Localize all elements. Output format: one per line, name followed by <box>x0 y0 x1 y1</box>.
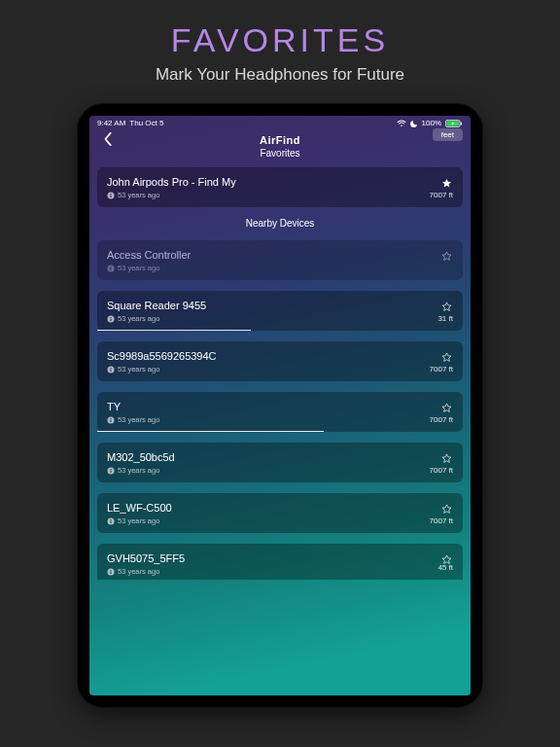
battery-percent: 100% <box>422 119 441 127</box>
device-distance: 7007 ft <box>430 516 453 525</box>
device-card[interactable]: LE_WF-C50053 years ago7007 ft <box>97 493 463 533</box>
device-subline: 53 years ago <box>107 314 453 323</box>
app-header: feet AirFind Favorites <box>89 128 471 167</box>
favorite-star-button[interactable] <box>441 501 453 513</box>
device-distance: 7007 ft <box>430 191 453 199</box>
favorite-star-button[interactable] <box>441 299 453 310</box>
svg-rect-2 <box>461 122 462 124</box>
device-subline: 53 years ago <box>107 466 453 475</box>
battery-icon <box>445 120 463 127</box>
svg-rect-11 <box>111 369 112 372</box>
tablet-frame: 9:42 AM Thu Oct 5 100% feet Ai <box>78 104 482 707</box>
page-title: Favorites <box>260 148 299 159</box>
device-ago: 53 years ago <box>118 365 159 374</box>
device-distance: 31 ft <box>438 314 453 323</box>
device-card[interactable]: M302_50bc5d53 years ago7007 ft <box>97 443 463 482</box>
device-name: Sc9989a5569265394C <box>107 350 453 362</box>
device-subline: 53 years ago <box>107 415 453 424</box>
svg-rect-17 <box>111 470 112 473</box>
device-subline: 53 years ago <box>107 567 453 576</box>
device-ago: 53 years ago <box>118 191 159 199</box>
favorite-star-button[interactable] <box>441 551 453 563</box>
svg-rect-12 <box>111 368 112 369</box>
device-ago: 53 years ago <box>118 516 159 525</box>
device-card[interactable]: Access Controller53 years ago <box>97 240 463 280</box>
app-screen: 9:42 AM Thu Oct 5 100% feet Ai <box>89 116 471 695</box>
device-ago: 53 years ago <box>118 314 159 323</box>
device-subline: 53 years ago <box>107 516 453 525</box>
device-card[interactable]: GVH5075_5FF553 years ago45 ft <box>97 544 463 580</box>
info-icon <box>107 467 115 475</box>
info-icon <box>107 192 115 199</box>
status-bar: 9:42 AM Thu Oct 5 100% <box>89 116 471 128</box>
device-card[interactable]: Square Reader 945553 years ago31 ft <box>97 291 463 331</box>
device-name: John Airpods Pro - Find My <box>107 176 453 188</box>
info-icon <box>107 517 115 525</box>
svg-rect-23 <box>111 571 112 574</box>
device-ago: 53 years ago <box>118 264 159 272</box>
do-not-disturb-icon <box>410 120 418 127</box>
svg-rect-18 <box>111 469 112 470</box>
back-button[interactable] <box>99 130 117 148</box>
device-distance: 7007 ft <box>430 415 453 424</box>
device-name: GVH5075_5FF5 <box>107 552 453 564</box>
info-icon <box>107 416 115 424</box>
device-distance: 45 ft <box>438 563 453 572</box>
device-name: M302_50bc5d <box>107 451 453 463</box>
unit-toggle-button[interactable]: feet <box>433 128 463 141</box>
device-list[interactable]: John Airpods Pro - Find My53 years ago70… <box>89 167 471 580</box>
svg-rect-21 <box>111 519 112 520</box>
favorite-star-button[interactable] <box>441 450 453 462</box>
device-card[interactable]: Sc9989a5569265394C53 years ago7007 ft <box>97 341 463 381</box>
svg-rect-15 <box>111 418 112 419</box>
svg-rect-8 <box>111 318 112 321</box>
svg-rect-24 <box>111 570 112 571</box>
favorite-star-button[interactable] <box>441 248 453 260</box>
device-name: Square Reader 9455 <box>107 300 453 311</box>
promo-title: FAVORITES <box>0 21 560 59</box>
device-ago: 53 years ago <box>118 466 159 475</box>
info-icon <box>107 315 115 323</box>
device-ago: 53 years ago <box>118 567 159 576</box>
nearby-section-label: Nearby Devices <box>97 218 463 229</box>
device-name: TY <box>107 401 453 412</box>
info-icon <box>107 568 115 576</box>
svg-rect-5 <box>111 194 112 195</box>
info-icon <box>107 366 115 374</box>
device-subline: 53 years ago <box>107 365 453 374</box>
status-time: 9:42 AM <box>97 119 125 127</box>
favorite-star-button[interactable] <box>441 400 453 411</box>
favorite-star-button[interactable] <box>441 349 453 361</box>
device-subline: 53 years ago <box>107 191 453 199</box>
promo-subtitle: Mark Your Headphones for Future <box>0 65 560 85</box>
device-subline: 53 years ago <box>107 264 453 272</box>
signal-progress <box>97 330 251 332</box>
app-name: AirFind <box>260 134 300 146</box>
status-date: Thu Oct 5 <box>129 119 163 127</box>
svg-rect-9 <box>111 317 112 318</box>
device-distance: 7007 ft <box>430 466 453 475</box>
device-card[interactable]: TY53 years ago7007 ft <box>97 392 463 432</box>
svg-rect-4 <box>111 195 112 197</box>
signal-progress <box>97 431 324 433</box>
wifi-icon <box>397 120 406 127</box>
svg-rect-14 <box>111 419 112 422</box>
device-distance: 7007 ft <box>430 365 453 374</box>
favorite-star-button[interactable] <box>441 175 453 187</box>
device-card[interactable]: John Airpods Pro - Find My53 years ago70… <box>97 167 463 207</box>
device-ago: 53 years ago <box>118 415 159 424</box>
device-name: Access Controller <box>107 249 453 261</box>
bluetooth-icon <box>107 265 115 272</box>
svg-rect-20 <box>111 520 112 523</box>
device-name: LE_WF-C500 <box>107 502 453 514</box>
